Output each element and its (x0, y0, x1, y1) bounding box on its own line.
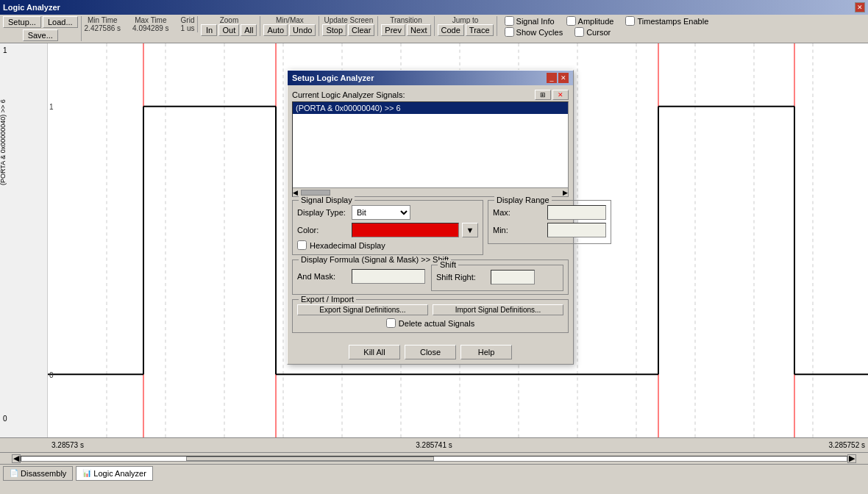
next-button[interactable]: Next (407, 24, 431, 36)
signal-display-group: Signal Display Display Type: Bit Integer… (292, 200, 483, 255)
disassembly-icon: 📄 (10, 469, 18, 477)
close-button[interactable]: ✕ (855, 2, 865, 12)
zoom-in-button[interactable]: In (201, 24, 217, 36)
and-mask-input[interactable]: 0x00000040 (352, 269, 425, 284)
signal-list-box[interactable]: (PORTA & 0x00000040) >> 6 ◀ ▶ (292, 101, 569, 197)
formula-group: Display Formula (Signal & Mask) >> Shift… (292, 259, 569, 295)
app-window: Logic Analyzer ✕ Setup... Load... Save..… (0, 0, 868, 494)
code-button[interactable]: Code (438, 24, 464, 36)
grid-value: 1 us (181, 24, 195, 32)
help-button[interactable]: Help (460, 345, 512, 359)
shift-title: Shift (438, 260, 458, 269)
svg-text:0: 0 (49, 370, 54, 379)
display-type-label: Display Type: (297, 208, 349, 217)
time-bar: 3.28573 s 3.285741 s 3.285752 s (0, 437, 868, 452)
grid-label: Grid (181, 16, 195, 24)
show-cycles-checkbox[interactable] (505, 27, 514, 37)
signal-display-title: Signal Display (299, 196, 355, 204)
toolbar-group-minmax: Min/Max Auto Undo (263, 16, 319, 36)
logic-analyzer-tab-label: Logic Analyzer (93, 469, 146, 478)
toolbar-group-checkboxes: Signal Info Amplitude Timestamps Enable … (500, 16, 709, 37)
timestamps-label: Timestamps Enable (637, 17, 708, 26)
display-range-col: Display Range Max: 0xFFFF Min: 0x0 (488, 200, 611, 259)
timestamps-checkbox[interactable] (625, 16, 635, 26)
cursor-checkbox[interactable] (574, 27, 584, 37)
modal-minimize-btn[interactable]: _ (547, 73, 557, 83)
time-left: 3.28573 s (51, 441, 84, 449)
h-scrollbar[interactable]: ◀ ▶ (0, 452, 868, 464)
auto-button[interactable]: Auto (263, 24, 288, 36)
modal-close-btn[interactable]: ✕ (558, 73, 569, 83)
amplitude-label: Amplitude (578, 17, 614, 26)
signal-list-toolbar: ⊞ ✕ (535, 90, 569, 100)
list-scroll-left[interactable]: ◀ (293, 189, 298, 196)
show-cycles-label: Show Cycles (516, 28, 563, 37)
signals-label: Current Logic Analyzer Signals: (292, 90, 405, 99)
time-center: 3.285741 s (416, 441, 452, 449)
min-label: Min: (493, 226, 544, 235)
export-btn[interactable]: Export Signal Definitions... (297, 304, 428, 315)
signal-delete-btn[interactable]: ✕ (552, 90, 569, 100)
scroll-right-btn[interactable]: ▶ (847, 454, 856, 463)
scrollbar-track[interactable] (21, 456, 847, 462)
prev-button[interactable]: Prev (381, 24, 405, 36)
shift-right-label: Shift Right: (436, 273, 488, 282)
amplitude-checkbox[interactable] (566, 16, 576, 26)
save-button[interactable]: Save... (23, 29, 58, 41)
signal-grid-btn[interactable]: ⊞ (535, 90, 551, 100)
undo-button[interactable]: Undo (289, 24, 316, 36)
delete-signals-label: Delete actual Signals (399, 319, 474, 328)
disassembly-tab-label: Disassembly (21, 469, 66, 478)
max-label: Max: (493, 208, 544, 217)
update-screen-label: Update Screen (324, 16, 373, 24)
formula-title: Display Formula (Signal & Mask) >> Shift (299, 255, 451, 264)
color-input[interactable] (352, 223, 459, 237)
kill-all-button[interactable]: Kill All (349, 345, 400, 359)
display-type-select[interactable]: Bit Integer Float (352, 205, 410, 220)
modal-title: Setup Logic Analyzer (292, 74, 374, 82)
min-input[interactable]: 0x0 (547, 223, 606, 237)
signal-item[interactable]: (PORTA & 0x00000040) >> 6 (293, 102, 568, 114)
y-mid-value: (PORTA & 0x00000040) >> 6 (0, 99, 7, 185)
toolbar-group-file: Setup... Load... Save... (3, 16, 82, 41)
import-btn[interactable]: Import Signal Definitions... (433, 304, 563, 315)
tab-logic-analyzer[interactable]: 📊 Logic Analyzer (76, 466, 153, 481)
signal-info-checkbox[interactable] (505, 16, 514, 26)
toolbar-group-transition: Transition Prev Next (381, 16, 434, 36)
zoom-label: Zoom (220, 16, 239, 24)
color-label: Color: (297, 226, 349, 235)
toolbar-group-time: Min Time 2.427586 s Max Time 4.094289 s … (85, 16, 199, 32)
clear-button[interactable]: Clear (348, 24, 374, 36)
zoom-out-button[interactable]: Out (218, 24, 239, 36)
hexadecimal-checkbox[interactable] (297, 240, 307, 250)
signal-list-header: Current Logic Analyzer Signals: ⊞ ✕ (292, 90, 569, 100)
scroll-left-btn[interactable]: ◀ (12, 454, 21, 463)
close-modal-button[interactable]: Close (405, 345, 456, 359)
scrollbar-thumb[interactable] (186, 457, 434, 461)
delete-signals-checkbox[interactable] (386, 318, 396, 328)
and-mask-label: And Mask: (297, 272, 349, 281)
svg-text:1: 1 (49, 103, 54, 111)
shift-right-row: Shift Right: 6 (436, 270, 558, 284)
min-time-label: Min Time (85, 16, 121, 24)
zoom-all-button[interactable]: All (241, 24, 257, 36)
color-dropdown-btn[interactable]: ▼ (462, 223, 478, 237)
modal-setup: Setup Logic Analyzer _ ✕ Current Logic A… (287, 70, 574, 365)
status-bar: 📄 Disassembly 📊 Logic Analyzer (0, 464, 868, 482)
load-button[interactable]: Load... (43, 16, 78, 28)
delete-signals-row: Delete actual Signals (297, 318, 563, 328)
list-scroll-right[interactable]: ▶ (563, 189, 568, 196)
cursor-label: Cursor (586, 28, 611, 37)
shift-right-input[interactable]: 6 (491, 270, 535, 284)
trace-button[interactable]: Trace (466, 24, 494, 36)
setup-button[interactable]: Setup... (3, 16, 41, 28)
toolbar-group-update: Update Screen Stop Clear (322, 16, 378, 36)
tab-disassembly[interactable]: 📄 Disassembly (3, 466, 73, 481)
modal-footer: Kill All Close Help (288, 342, 573, 364)
max-input[interactable]: 0xFFFF (547, 205, 606, 220)
list-scroll-thumb[interactable] (301, 190, 330, 196)
toolbar-group-jumpto: Jump to Code Trace (438, 16, 497, 36)
stop-button[interactable]: Stop (322, 24, 346, 36)
hexadecimal-label: Hexadecimal Display (310, 241, 385, 250)
display-range-title: Display Range (494, 196, 552, 204)
